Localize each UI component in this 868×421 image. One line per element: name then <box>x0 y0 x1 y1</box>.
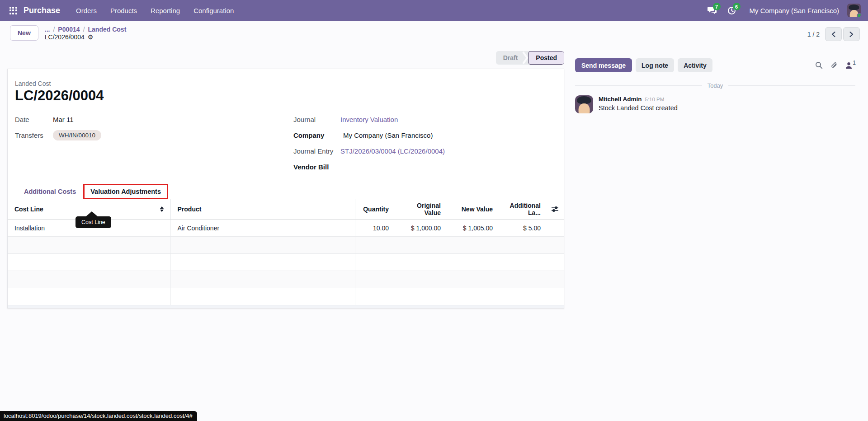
messages-badge: 7 <box>713 3 721 10</box>
company-switcher[interactable]: My Company (San Francisco) <box>750 7 839 14</box>
record-title[interactable]: LC/2026/0004 <box>15 87 557 104</box>
statusbar-arrow-icon <box>522 51 528 65</box>
column-additional-landed-cost[interactable]: Additional La... <box>500 199 547 220</box>
sheet-footer <box>8 305 564 308</box>
followers-button[interactable]: 1 <box>845 62 855 69</box>
activities-button[interactable]: 6 <box>724 4 740 17</box>
status-posted[interactable]: Posted <box>528 51 564 65</box>
tab-valuation-adjustments[interactable]: Valuation Adjustments <box>83 184 168 199</box>
new-button[interactable]: New <box>10 25 38 41</box>
column-new-value[interactable]: New Value <box>448 199 500 220</box>
form-column: Draft Posted Landed Cost LC/2026/0004 Da… <box>7 51 564 309</box>
column-product[interactable]: Product <box>170 199 355 220</box>
magnifier-icon <box>815 61 823 69</box>
breadcrumb-ellipsis[interactable]: ... <box>45 26 50 33</box>
message-time: 5:10 PM <box>645 97 665 102</box>
main-menu: Orders Products Reporting Configuration <box>70 4 240 17</box>
vendor-bill-label: Vendor Bill <box>293 163 340 171</box>
log-note-button[interactable]: Log note <box>636 58 674 72</box>
chatter: Send message Log note Activity <box>564 51 868 309</box>
link-preview-statusbar: localhost:8019/odoo/purchase/14/stock.la… <box>0 411 197 421</box>
form-sheet: Landed Cost LC/2026/0004 Date Mar 11 Tra… <box>7 69 564 309</box>
cell-product[interactable]: Air Conditioner <box>170 220 355 237</box>
sliders-icon <box>551 206 560 213</box>
breadcrumb-separator: / <box>83 26 85 33</box>
model-label: Landed Cost <box>15 80 557 87</box>
status-draft[interactable]: Draft <box>496 51 523 65</box>
breadcrumb-item-landed-cost[interactable]: Landed Cost <box>88 26 127 33</box>
empty-row <box>8 288 564 305</box>
avatar-art <box>849 5 859 10</box>
apps-menu-button[interactable] <box>7 5 19 16</box>
column-quantity[interactable]: Quantity <box>355 199 396 220</box>
breadcrumb-current-record: LC/2026/0004 <box>45 33 85 41</box>
breadcrumb: ... / P00014 / Landed Cost LC/2026/0004 … <box>45 25 127 41</box>
journal-entry-label: Journal Entry <box>293 147 340 155</box>
chevron-right-icon <box>849 31 854 37</box>
empty-row <box>8 271 564 288</box>
journal-label: Journal <box>293 116 340 123</box>
user-avatar[interactable] <box>847 4 861 17</box>
followers-count: 1 <box>853 60 856 66</box>
empty-row <box>8 237 564 254</box>
date-field[interactable]: Mar 11 <box>53 116 74 123</box>
optional-columns-button[interactable] <box>547 199 564 220</box>
navbar-right: 7 6 My Company (San Francisco) <box>704 4 861 17</box>
journal-field[interactable]: Inventory Valuation <box>340 116 398 123</box>
chatter-message: Mitchell Admin 5:10 PM Stock Landed Cost… <box>575 95 855 113</box>
paperclip-icon <box>830 61 838 70</box>
gear-icon[interactable]: ⚙ <box>88 34 94 40</box>
cell-original-value[interactable]: $ 1,000.00 <box>396 220 448 237</box>
journal-entry-field[interactable]: STJ/2026/03/0004 (LC/2026/0004) <box>340 147 445 155</box>
top-navbar: Purchase Orders Products Reporting Confi… <box>0 0 868 21</box>
transfers-tag[interactable]: WH/IN/00010 <box>53 130 101 140</box>
presence-indicator <box>857 13 861 17</box>
cell-quantity[interactable]: 10.00 <box>355 220 396 237</box>
menu-products[interactable]: Products <box>104 4 143 17</box>
date-label: Date <box>15 116 53 123</box>
chevron-left-icon <box>831 31 836 37</box>
menu-orders[interactable]: Orders <box>70 4 103 17</box>
control-panel: New ... / P00014 / Landed Cost LC/2026/0… <box>0 21 868 44</box>
pager-next-button[interactable] <box>843 27 860 41</box>
breadcrumb-separator: / <box>53 26 55 33</box>
messages-button[interactable]: 7 <box>704 4 720 17</box>
field-group: Date Mar 11 Transfers WH/IN/00010 Journa… <box>8 112 564 175</box>
message-author-avatar[interactable] <box>575 95 593 113</box>
activities-badge: 6 <box>733 3 741 10</box>
pager: 1 / 2 <box>807 25 860 41</box>
message-author[interactable]: Mitchell Admin <box>599 96 642 103</box>
breadcrumb-item-p00014[interactable]: P00014 <box>58 26 80 33</box>
person-icon <box>845 62 852 69</box>
pager-previous-button[interactable] <box>825 27 842 41</box>
cell-additional-landed-cost[interactable]: $ 5.00 <box>500 220 547 237</box>
company-label: Company <box>293 131 340 139</box>
main-content: Draft Posted Landed Cost LC/2026/0004 Da… <box>0 44 868 309</box>
sort-arrows-icon <box>160 206 164 212</box>
message-body: Stock Landed Cost created <box>599 104 678 112</box>
transfers-label: Transfers <box>15 131 53 139</box>
statusbar: Draft Posted <box>496 51 564 65</box>
apps-grid-icon <box>9 7 17 14</box>
column-original-value[interactable]: Original Value <box>396 199 448 220</box>
company-field[interactable]: My Company (San Francisco) <box>343 131 433 139</box>
notebook-tabs: Additional Costs Valuation Adjustments <box>8 184 564 199</box>
search-messages-button[interactable] <box>815 61 823 69</box>
send-message-button[interactable]: Send message <box>575 58 632 72</box>
app-name[interactable]: Purchase <box>24 6 60 15</box>
attachments-button[interactable] <box>830 61 838 70</box>
pager-value: 1 / 2 <box>807 31 820 38</box>
cell-new-value[interactable]: $ 1,005.00 <box>448 220 500 237</box>
menu-configuration[interactable]: Configuration <box>188 4 240 17</box>
activity-button[interactable]: Activity <box>678 58 712 72</box>
date-divider: Today <box>575 82 855 89</box>
empty-row <box>8 254 564 271</box>
tab-additional-costs[interactable]: Additional Costs <box>17 184 83 199</box>
cost-line-tooltip: Cost Line <box>75 216 111 228</box>
menu-reporting[interactable]: Reporting <box>145 4 186 17</box>
